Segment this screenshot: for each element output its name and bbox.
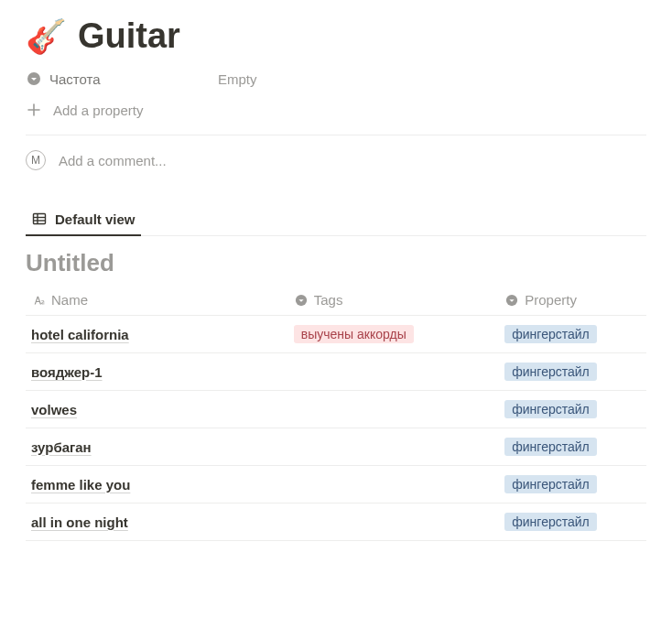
cell-tags[interactable] xyxy=(287,466,498,503)
table-row[interactable]: вояджер-1фингерстайл xyxy=(26,353,646,391)
tag: фингерстайл xyxy=(504,363,596,381)
cell-tags[interactable] xyxy=(287,391,498,428)
cell-tags[interactable] xyxy=(287,503,498,541)
cell-name[interactable]: вояджер-1 xyxy=(26,353,287,391)
tag: фингерстайл xyxy=(504,513,596,531)
table-row[interactable]: femme like youфингерстайл xyxy=(26,466,646,503)
table-row[interactable]: volwesфингерстайл xyxy=(26,391,646,428)
cell-name[interactable]: volwes xyxy=(26,391,287,428)
view-tabs: Default view xyxy=(26,203,646,236)
table-icon xyxy=(31,211,48,227)
cell-property[interactable]: фингерстайл xyxy=(497,391,646,428)
property-name: Частота xyxy=(49,71,101,87)
cell-property[interactable]: фингерстайл xyxy=(497,466,646,503)
property-row[interactable]: Частота Empty xyxy=(26,65,646,92)
property-label: Частота xyxy=(26,70,218,87)
table-row[interactable]: hotel californiaвыучены аккордыфингерста… xyxy=(26,316,646,353)
column-header-property[interactable]: Property xyxy=(497,285,646,316)
database-table: Name Tags Property h xyxy=(26,285,646,541)
add-property-button[interactable]: Add a property xyxy=(26,92,646,135)
column-header-tags[interactable]: Tags xyxy=(287,285,498,316)
page-header: 🎸 Guitar xyxy=(26,0,646,65)
add-property-label: Add a property xyxy=(53,103,143,118)
cell-property[interactable]: фингерстайл xyxy=(497,353,646,391)
select-icon xyxy=(26,70,42,87)
table-row[interactable]: all in one nightфингерстайл xyxy=(26,503,646,541)
table-row[interactable]: зурбаганфингерстайл xyxy=(26,428,646,466)
cell-tags[interactable] xyxy=(287,428,498,466)
cell-property[interactable]: фингерстайл xyxy=(497,428,646,466)
view-tab-default[interactable]: Default view xyxy=(26,203,141,236)
tag: выучены аккорды xyxy=(294,325,414,343)
cell-name[interactable]: зурбаган xyxy=(26,428,287,466)
property-value[interactable]: Empty xyxy=(218,71,257,87)
cell-tags[interactable] xyxy=(287,353,498,391)
cell-name[interactable]: femme like you xyxy=(26,466,287,503)
tag: фингерстайл xyxy=(504,400,596,418)
select-icon xyxy=(504,293,519,308)
comment-row[interactable]: M Add a comment... xyxy=(26,135,646,196)
column-header-property-label: Property xyxy=(525,292,577,308)
tag: фингерстайл xyxy=(504,475,596,493)
page-icon[interactable]: 🎸 xyxy=(26,20,67,53)
column-header-name-label: Name xyxy=(51,292,88,308)
tag: фингерстайл xyxy=(504,438,596,456)
svg-rect-1 xyxy=(34,214,46,224)
view-tab-label: Default view xyxy=(55,211,135,227)
tag: фингерстайл xyxy=(504,325,596,343)
comment-placeholder[interactable]: Add a comment... xyxy=(59,153,167,168)
avatar: M xyxy=(26,150,46,170)
select-icon xyxy=(294,293,309,308)
table-title[interactable]: Untitled xyxy=(26,249,646,277)
column-header-name[interactable]: Name xyxy=(26,285,287,316)
cell-tags[interactable]: выучены аккорды xyxy=(287,316,498,353)
table-header-row: Name Tags Property xyxy=(26,285,646,316)
cell-property[interactable]: фингерстайл xyxy=(497,316,646,353)
page-title[interactable]: Guitar xyxy=(78,16,180,56)
plus-icon xyxy=(26,102,42,118)
cell-name[interactable]: hotel california xyxy=(26,316,287,353)
cell-property[interactable]: фингерстайл xyxy=(497,503,646,541)
title-icon xyxy=(31,293,46,308)
cell-name[interactable]: all in one night xyxy=(26,503,287,541)
column-header-tags-label: Tags xyxy=(314,292,343,308)
